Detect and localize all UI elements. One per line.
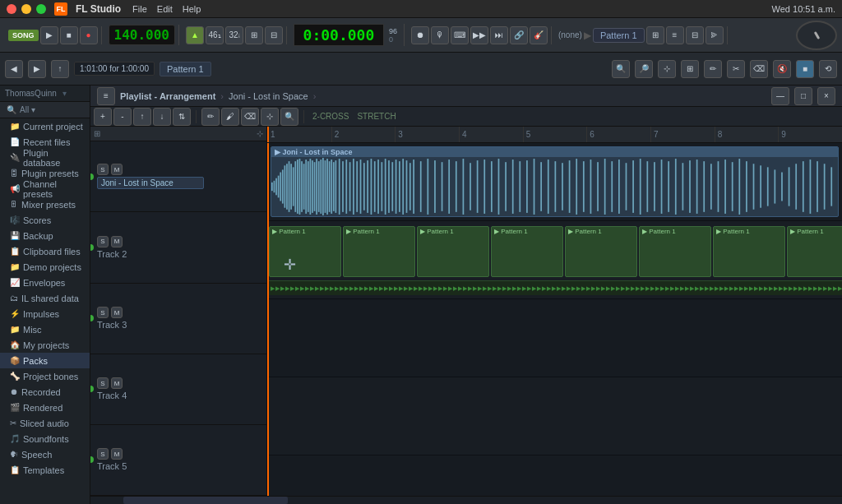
- pattern-block-0[interactable]: ▶ Pattern 1: [269, 226, 341, 277]
- pattern-btn2[interactable]: ≡: [666, 26, 684, 44]
- mode-btn4[interactable]: ⊞: [245, 26, 263, 44]
- pt-move[interactable]: ⇅: [173, 108, 191, 126]
- waveform-block-1[interactable]: ▶ Joni - Lost in Space: [271, 146, 839, 217]
- playlist-close[interactable]: ×: [817, 87, 835, 105]
- sidebar-item-backup[interactable]: 💾Backup: [0, 228, 90, 243]
- track2-solo[interactable]: S: [97, 236, 109, 247]
- pattern-block-2[interactable]: ▶ Pattern 1: [417, 226, 489, 277]
- pt-down[interactable]: ↓: [153, 108, 171, 126]
- track-row-5[interactable]: [267, 455, 842, 496]
- song-badge[interactable]: SONG: [8, 30, 39, 41]
- rec-btn3[interactable]: ⌨: [451, 26, 469, 44]
- track4-mute[interactable]: M: [111, 377, 123, 389]
- minimize-button[interactable]: [21, 4, 31, 14]
- sidebar-item-rendered[interactable]: 🎬Rendered: [0, 400, 90, 415]
- stop-button[interactable]: ■: [60, 26, 78, 44]
- track1-name-input[interactable]: [97, 177, 204, 189]
- sidebar-item-soundfonts[interactable]: 🎵Soundfonts: [0, 431, 90, 446]
- tb-up[interactable]: ↑: [51, 60, 69, 78]
- menu-file[interactable]: File: [132, 4, 147, 14]
- search-icon[interactable]: 🔍: [7, 105, 16, 114]
- rec-btn1[interactable]: ⏺: [411, 26, 429, 44]
- tb-back[interactable]: ◀: [5, 60, 23, 78]
- pt-select[interactable]: ⊹: [261, 108, 279, 126]
- sidebar-item-channel-presets[interactable]: 📢Channel presets: [0, 181, 90, 197]
- sidebar-item-templates[interactable]: 📋Templates: [0, 462, 90, 478]
- tb-zoom-in[interactable]: 🔍: [612, 60, 630, 78]
- record-button[interactable]: ●: [80, 26, 98, 44]
- tb-select[interactable]: ⊹: [658, 60, 676, 78]
- bpm-display[interactable]: 140.000: [109, 25, 175, 45]
- track5-mute[interactable]: M: [111, 448, 123, 460]
- pattern-block-3[interactable]: ▶ Pattern 1: [491, 226, 563, 277]
- sidebar-item-mixer-presets[interactable]: 🎚Mixer presets: [0, 197, 90, 212]
- menu-help[interactable]: Help: [183, 4, 201, 14]
- sidebar-item-recorded[interactable]: ⏺Recorded: [0, 384, 90, 400]
- pattern-btn3[interactable]: ⊟: [686, 26, 704, 44]
- track-row-3[interactable]: [267, 299, 842, 377]
- pattern-block-6[interactable]: ▶ Pattern 1: [713, 226, 785, 277]
- tb-fwd[interactable]: ▶: [28, 60, 46, 78]
- sidebar-item-impulses[interactable]: ⚡Impulses: [0, 306, 90, 321]
- track-row-2[interactable]: ✛ ▶ Pattern 1▶ Pattern 1▶ Pattern 1▶ Pat…: [267, 221, 842, 299]
- pattern-btn4[interactable]: ⫸: [706, 26, 724, 44]
- tb-edit1[interactable]: ✏: [704, 60, 722, 78]
- pattern-btn1[interactable]: ⊞: [646, 26, 664, 44]
- tracks-grid[interactable]: ▶ Joni - Lost in Space: [267, 143, 842, 496]
- h-scrollbar[interactable]: [90, 496, 842, 504]
- pattern-block-1[interactable]: ▶ Pattern 1: [343, 226, 415, 277]
- sidebar-item-speech[interactable]: 🗣Speech: [0, 446, 90, 462]
- tb-snap[interactable]: ⊞: [681, 60, 699, 78]
- maximize-button[interactable]: [36, 4, 46, 14]
- track1-solo[interactable]: S: [97, 164, 109, 175]
- tb-flip[interactable]: ⟲: [819, 60, 837, 78]
- pt-pencil[interactable]: ✏: [201, 108, 220, 126]
- track5-solo[interactable]: S: [97, 448, 109, 460]
- close-button[interactable]: [7, 4, 16, 14]
- sidebar-item-scores[interactable]: 🎼Scores: [0, 212, 90, 228]
- playlist-menu[interactable]: ≡: [97, 87, 115, 105]
- pattern-block-5[interactable]: ▶ Pattern 1: [639, 226, 711, 277]
- pt-paint[interactable]: 🖌: [221, 108, 239, 126]
- sidebar-item-packs[interactable]: 📦Packs: [0, 353, 90, 368]
- tb-color[interactable]: ■: [796, 60, 814, 78]
- mode-btn3[interactable]: 32ᵢ: [225, 26, 243, 44]
- track-row-4[interactable]: [267, 377, 842, 455]
- pattern-display[interactable]: Pattern 1: [593, 28, 645, 43]
- track3-mute[interactable]: M: [111, 307, 123, 318]
- mode-btn2[interactable]: 46₁: [206, 26, 224, 44]
- mode-btn5[interactable]: ⊟: [265, 26, 283, 44]
- sidebar-item-my-projects[interactable]: 🏠My projects: [0, 337, 90, 353]
- knob[interactable]: [796, 21, 837, 50]
- sidebar-item-demo-projects[interactable]: 📁Demo projects: [0, 259, 90, 275]
- pt-remove[interactable]: -: [113, 108, 132, 126]
- sidebar-item-clipboard-files[interactable]: 📋Clipboard files: [0, 243, 90, 259]
- pattern-block-4[interactable]: ▶ Pattern 1: [565, 226, 637, 277]
- track4-solo[interactable]: S: [97, 377, 109, 389]
- expand-icon[interactable]: ▾: [62, 89, 67, 98]
- track1-mute[interactable]: M: [111, 164, 123, 175]
- sidebar-item-plugin-database[interactable]: 🔌Plugin database: [0, 150, 90, 165]
- sidebar-item-sliced-audio[interactable]: ✂Sliced audio: [0, 415, 90, 431]
- pt-zoom[interactable]: 🔍: [280, 108, 298, 126]
- track2-mute[interactable]: M: [111, 236, 123, 247]
- tb-edit3[interactable]: ⌫: [750, 60, 768, 78]
- pt-add[interactable]: +: [94, 108, 112, 126]
- tb-mute[interactable]: 🔇: [773, 60, 791, 78]
- rec-btn4[interactable]: ▶▶: [470, 26, 488, 44]
- rec-btn6[interactable]: 🔗: [510, 26, 528, 44]
- sidebar-item-envelopes[interactable]: 📈Envelopes: [0, 275, 90, 290]
- tb-edit2[interactable]: ✂: [727, 60, 745, 78]
- play-button[interactable]: ▶: [40, 26, 58, 44]
- time-display[interactable]: 0:00.000: [294, 24, 384, 46]
- playlist-max[interactable]: □: [794, 87, 812, 105]
- sidebar-item-current-project[interactable]: 📁Current project: [0, 118, 90, 134]
- pt-up[interactable]: ↑: [133, 108, 151, 126]
- tb-zoom-out[interactable]: 🔎: [635, 60, 653, 78]
- sidebar-item-project-bones[interactable]: 🦴Project bones: [0, 368, 90, 384]
- rec-btn7[interactable]: 🎸: [530, 26, 548, 44]
- sidebar-item-misc[interactable]: 📁Misc: [0, 321, 90, 337]
- pattern-block-7[interactable]: ▶ Pattern 1: [787, 226, 842, 277]
- sidebar-item-il-shared-data[interactable]: 🗂IL shared data: [0, 290, 90, 306]
- pt-erase[interactable]: ⌫: [241, 108, 259, 126]
